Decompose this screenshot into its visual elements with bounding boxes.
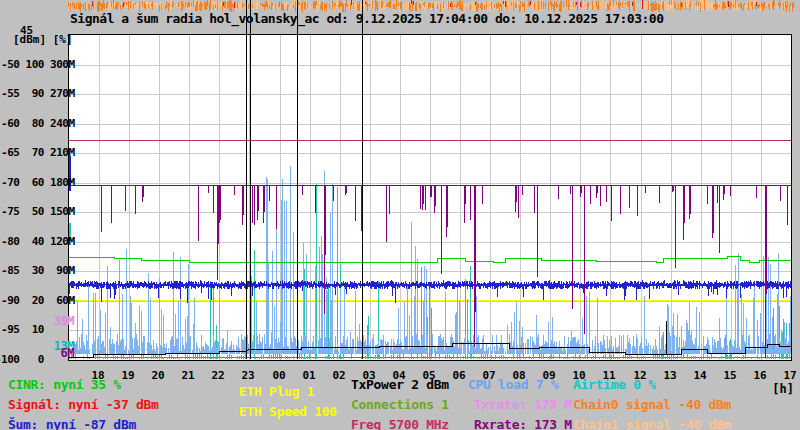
radio-monitor-page: { "title": "Signál a šum radia hol_volan… bbox=[0, 0, 800, 430]
legend-txpower: TxPower 2 dBm bbox=[351, 377, 449, 392]
x-axis-unit: [h] bbox=[762, 382, 794, 396]
legend-freq: Freq 5700 MHz bbox=[351, 417, 449, 430]
legend-chain0: Chain0 signal -40 dBm bbox=[573, 397, 731, 412]
legend-cinr: CINR: nyní 35 % bbox=[8, 377, 121, 392]
x-tick-label: 06 bbox=[448, 369, 470, 382]
chart-title: Signál a šum radia hol_volansky_ac od: 9… bbox=[70, 11, 663, 26]
x-tick-label: 14 bbox=[689, 369, 711, 382]
y-tick-label: -50 100 300M bbox=[0, 58, 68, 71]
x-tick-label: 16 bbox=[749, 369, 771, 382]
y-tick-label: -85 30 90M bbox=[0, 264, 68, 277]
chart-plot-area[interactable] bbox=[68, 34, 792, 361]
x-tick-label: 20 bbox=[147, 369, 169, 382]
x-tick-label: 00 bbox=[268, 369, 290, 382]
x-tick-label: 22 bbox=[207, 369, 229, 382]
legend-rxrate: Rxrate: 173 M bbox=[474, 417, 572, 430]
legend-signal: Signál: nyní -37 dBm bbox=[8, 397, 159, 412]
x-tick-label: 13 bbox=[659, 369, 681, 382]
y-axis-unit-label: [dBm] [%] bbox=[13, 33, 73, 46]
legend-eth-plug: ETH Plug 1 bbox=[239, 384, 314, 399]
x-tick-label: 01 bbox=[298, 369, 320, 382]
legend-sum: Šum: nyní -87 dBm bbox=[8, 417, 136, 430]
x-tick-label: 17 bbox=[779, 369, 800, 382]
y-tick-label: -60 80 240M bbox=[0, 117, 68, 130]
y-tick-label: -55 90 270M bbox=[0, 87, 68, 100]
legend-airtime: Airtime 0 % bbox=[573, 377, 656, 392]
rate-mark-39M: 39M bbox=[14, 314, 74, 328]
x-tick-label: 15 bbox=[719, 369, 741, 382]
x-tick-label: 21 bbox=[177, 369, 199, 382]
legend-connections: Connections 1 bbox=[351, 397, 449, 412]
x-tick-label: 02 bbox=[328, 369, 350, 382]
y-tick-label: -90 20 60M bbox=[0, 294, 68, 307]
rate-mark-6M: 6M bbox=[14, 346, 74, 360]
legend-chain1: Chain1 signal -40 dBm bbox=[573, 417, 731, 430]
legend-eth-speed: ETH Speed 100 bbox=[239, 404, 337, 419]
y-tick-label: -80 40 120M bbox=[0, 235, 68, 248]
y-tick-label: -65 70 210M bbox=[0, 146, 68, 159]
event-marker-line bbox=[297, 0, 298, 359]
event-marker-line bbox=[362, 0, 363, 359]
event-marker-line bbox=[246, 0, 247, 359]
x-tick-label: 23 bbox=[237, 369, 259, 382]
legend-cpu-load: CPU load 7 % bbox=[468, 377, 558, 392]
legend-txrate: Txrate: 173 M bbox=[474, 397, 572, 412]
y-tick-label: -70 60 180M bbox=[0, 176, 68, 189]
chart-canvas bbox=[69, 35, 791, 360]
y-tick-label: -75 50 150M bbox=[0, 205, 68, 218]
event-marker-line bbox=[250, 0, 251, 359]
